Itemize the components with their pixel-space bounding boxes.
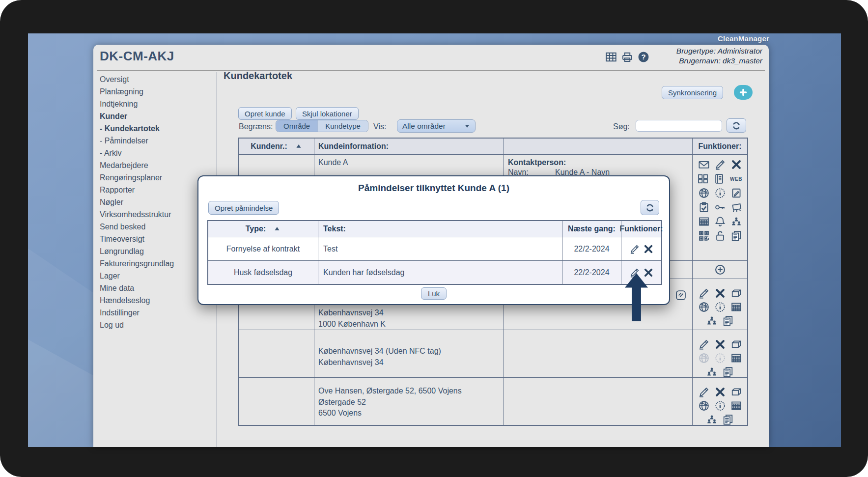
column-header-funktioner: Funktioner: <box>621 221 661 237</box>
app-title: DK-CM-AKJ <box>100 49 174 64</box>
modal-refresh-button[interactable] <box>641 200 659 215</box>
delete-icon[interactable] <box>644 268 653 278</box>
sidebar-item-planl-gning[interactable]: Planlægning <box>100 85 210 98</box>
reminder-rows: Fornyelse af kontraktTest22/2-2024Husk f… <box>208 237 661 284</box>
column-header-contact <box>504 139 693 154</box>
sort-asc-icon <box>295 143 302 150</box>
create-customer-button[interactable]: Opret kunde <box>238 107 292 120</box>
sidebar-item-lager[interactable]: Lager <box>100 270 210 282</box>
create-reminder-button[interactable]: Opret påmindelse <box>208 201 279 215</box>
people-icon[interactable] <box>706 366 717 377</box>
column-header-kundenr[interactable]: Kundenr.: <box>239 139 314 154</box>
globe-icon[interactable] <box>699 353 709 364</box>
reminders-table-header: Type: Tekst: Næste gang: Funktioner: <box>208 221 661 237</box>
lock-icon[interactable] <box>715 230 726 241</box>
sync-button[interactable]: Synkronisering <box>662 86 723 99</box>
sidebar-item-timeoversigt[interactable]: Timeoversigt <box>100 233 210 245</box>
note-icon[interactable] <box>731 188 742 198</box>
sidebar-item-send-besked[interactable]: Send besked <box>100 221 210 233</box>
sidebar-item-indtjekning[interactable]: Indtjekning <box>100 98 210 110</box>
column-header-type[interactable]: Type: <box>208 221 318 237</box>
cubes-icon[interactable] <box>698 173 708 184</box>
location-text: Københavnsvej 34 (Uden NFC tag)København… <box>314 330 504 368</box>
sidebar-item-log-ud[interactable]: Log ud <box>100 319 210 331</box>
info-icon[interactable] <box>715 188 726 198</box>
hide-locations-button[interactable]: Skjul lokationer <box>296 107 359 120</box>
modal-title: Påmindelser tilknyttet Kunde A (1) <box>198 183 669 194</box>
user-type-text: Brugertype: Administrator <box>676 46 762 56</box>
edit-icon[interactable] <box>715 159 726 170</box>
add-button[interactable] <box>734 85 753 100</box>
limit-option-kundetype[interactable]: Kundetype <box>318 120 368 132</box>
area-select[interactable]: Alle områder <box>397 119 476 133</box>
sidebar-item-medarbejdere[interactable]: Medarbejdere <box>100 159 210 171</box>
people-icon[interactable] <box>731 216 742 227</box>
sidebar-item-n-gler[interactable]: Nøgler <box>100 196 210 208</box>
people-icon[interactable] <box>706 414 717 425</box>
table-icon[interactable] <box>605 51 617 63</box>
refresh-button[interactable] <box>727 118 746 133</box>
delete-icon[interactable] <box>731 159 742 170</box>
sidebar-item-reng-ringsplaner[interactable]: Rengøringsplaner <box>100 171 210 184</box>
documents-icon[interactable] <box>723 366 733 377</box>
printer-icon[interactable] <box>621 51 633 63</box>
qr-icon[interactable] <box>699 230 709 241</box>
delete-icon[interactable] <box>715 387 726 397</box>
envelope-icon[interactable] <box>699 159 709 170</box>
box-icon[interactable] <box>731 339 742 350</box>
sidebar-item-p-mindelser[interactable]: - Påmindelser <box>100 135 210 147</box>
reminders-modal: Påmindelser tilknyttet Kunde A (1) Opret… <box>197 175 670 305</box>
function-icon-row <box>699 202 742 213</box>
info-icon[interactable] <box>715 302 726 312</box>
search-input[interactable] <box>636 120 722 132</box>
calendar-icon[interactable] <box>699 216 709 227</box>
note-square-icon[interactable] <box>675 290 686 301</box>
sidebar-item-h-ndelseslog[interactable]: Hændelseslog <box>100 294 210 307</box>
globe-icon[interactable] <box>699 302 709 312</box>
add-location-icon[interactable] <box>715 264 726 275</box>
sidebar-item-rapporter[interactable]: Rapporter <box>100 184 210 196</box>
clipboard-check-icon[interactable] <box>699 202 709 213</box>
edit-icon[interactable] <box>699 339 709 350</box>
delete-icon[interactable] <box>715 288 726 299</box>
close-modal-button[interactable]: Luk <box>421 287 447 300</box>
ledger-icon[interactable] <box>714 173 725 184</box>
sidebar-item-arkiv[interactable]: - Arkiv <box>100 147 210 159</box>
box-icon[interactable] <box>731 387 742 397</box>
sidebar-item-indstillinger[interactable]: Indstillinger <box>100 307 210 319</box>
sidebar-item-oversigt[interactable]: Oversigt <box>100 73 210 85</box>
documents-icon[interactable] <box>723 414 733 425</box>
delete-icon[interactable] <box>715 339 726 350</box>
people-icon[interactable] <box>706 315 717 326</box>
sidebar-item-kundekartotek[interactable]: - Kundekartotek <box>100 122 210 135</box>
limit-option-omr-de[interactable]: Område <box>276 120 318 132</box>
bell-icon[interactable] <box>715 216 726 227</box>
location-function-icons <box>693 279 747 326</box>
info-icon[interactable] <box>715 353 726 364</box>
edit-icon[interactable] <box>699 288 709 299</box>
sidebar-item-l-ngrundlag[interactable]: Løngrundlag <box>100 245 210 257</box>
sidebar-item-virksomhedsstruktur[interactable]: Virksomhedsstruktur <box>100 208 210 221</box>
calendar-icon[interactable] <box>731 302 742 312</box>
refresh-icon <box>731 121 741 131</box>
sidebar-nav: OversigtPlanlægningIndtjekningKunder- Ku… <box>100 73 210 331</box>
sidebar-item-mine-data[interactable]: Mine data <box>100 282 210 294</box>
calendar-icon[interactable] <box>731 353 742 364</box>
board-icon[interactable] <box>731 202 742 213</box>
calendar-icon[interactable] <box>731 400 742 411</box>
area-select-value: Alle områder <box>402 122 446 131</box>
edit-icon[interactable] <box>630 244 640 254</box>
info-icon[interactable] <box>715 400 726 411</box>
box-icon[interactable] <box>731 288 742 299</box>
documents-icon[interactable] <box>723 315 733 326</box>
key-icon[interactable] <box>715 202 726 213</box>
sidebar-item-kunder[interactable]: Kunder <box>100 110 210 122</box>
documents-icon[interactable] <box>731 230 742 241</box>
sidebar-item-faktureringsgrundlag[interactable]: Faktureringsgrundlag <box>100 257 210 270</box>
web-link[interactable]: WEB <box>730 176 742 182</box>
globe-icon[interactable] <box>699 400 709 411</box>
delete-icon[interactable] <box>644 244 653 254</box>
help-icon[interactable]: ? <box>638 51 649 63</box>
globe-icon[interactable] <box>699 188 709 198</box>
edit-icon[interactable] <box>699 387 709 397</box>
